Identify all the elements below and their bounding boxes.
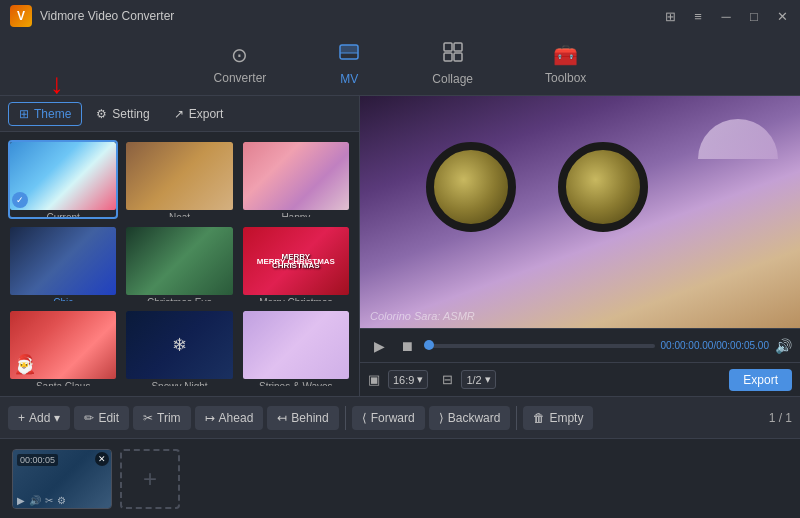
svg-rect-6 xyxy=(454,53,462,61)
menu-icon[interactable]: ≡ xyxy=(690,9,706,24)
theme-item-neat[interactable]: Neat xyxy=(124,140,234,219)
theme-label-current: Current xyxy=(10,212,116,219)
svg-rect-5 xyxy=(444,53,452,61)
split-chevron-icon: ▾ xyxy=(485,373,491,386)
forward-icon: ⟨ xyxy=(362,411,367,425)
theme-item-current[interactable]: ✓ Current xyxy=(8,140,118,219)
progress-bar[interactable] xyxy=(424,344,655,348)
theme-item-happy[interactable]: Happy xyxy=(241,140,351,219)
ratio-chevron-icon: ▾ xyxy=(417,373,423,386)
theme-label-christmas: Christmas Eve xyxy=(126,297,232,304)
add-chevron-icon: ▾ xyxy=(54,411,60,425)
clip-play-icon[interactable]: ▶ xyxy=(17,495,25,506)
empty-button[interactable]: 🗑 Empty xyxy=(523,406,593,430)
clip-volume-icon[interactable]: 🔊 xyxy=(29,495,41,506)
theme-label-merrychristmas: Merry Christmas xyxy=(243,297,349,304)
video-controls: ▶ ⏹ 00:00:00.00/00:00:05.00 🔊 xyxy=(360,328,800,362)
check-badge-current: ✓ xyxy=(12,192,28,208)
split-select[interactable]: 1/2 ▾ xyxy=(461,370,495,389)
timeline-clip[interactable]: 00:00:05 ✕ ▶ 🔊 ✂ ⚙ xyxy=(12,449,112,509)
export-tab-icon: ↗ xyxy=(174,107,184,121)
title-bar-left: V Vidmore Video Converter xyxy=(10,5,174,27)
clip-time: 00:00:05 xyxy=(17,454,58,466)
export-button[interactable]: Export xyxy=(729,369,792,391)
toolbar-divider xyxy=(345,406,346,430)
left-panel: ⊞ Theme ⚙ Setting ↗ Export ✓ Current xyxy=(0,96,360,396)
maximize-button[interactable]: □ xyxy=(746,9,762,24)
svg-rect-4 xyxy=(454,43,462,51)
behind-label: Behind xyxy=(291,411,328,425)
app-title: Vidmore Video Converter xyxy=(40,9,174,23)
clip-trim-icon[interactable]: ✂ xyxy=(45,495,53,506)
theme-label-snowynight: Snowy Night xyxy=(126,381,232,388)
theme-item-stripeswaves[interactable]: Stripes & Waves xyxy=(241,309,351,388)
theme-item-chic[interactable]: Chic xyxy=(8,225,118,304)
theme-item-snowynight[interactable]: ❄ Snowy Night xyxy=(124,309,234,388)
add-clip-button[interactable]: + xyxy=(120,449,180,509)
add-button[interactable]: + Add ▾ xyxy=(8,406,70,430)
clip-close-icon[interactable]: ✕ xyxy=(95,452,109,466)
nav-toolbox[interactable]: 🧰 Toolbox xyxy=(529,37,602,91)
theme-item-christmas[interactable]: Christmas Eve xyxy=(124,225,234,304)
nav-converter[interactable]: ⊙ Converter xyxy=(198,37,283,91)
close-button[interactable]: ✕ xyxy=(774,9,790,24)
main-area: ⊞ Theme ⚙ Setting ↗ Export ✓ Current xyxy=(0,96,800,396)
theme-label-chic: Chic xyxy=(10,297,116,304)
ahead-button[interactable]: ↦ Ahead xyxy=(195,406,264,430)
play-button[interactable]: ▶ xyxy=(368,335,390,357)
edit-button[interactable]: ✏ Edit xyxy=(74,406,129,430)
behind-icon: ↤ xyxy=(277,411,287,425)
behind-button[interactable]: ↤ Behind xyxy=(267,406,338,430)
nav-mv[interactable]: MV xyxy=(322,35,376,92)
split-icon: ⊟ xyxy=(442,372,453,387)
theme-label-neat: Neat xyxy=(126,212,232,219)
volume-icon[interactable]: 🔊 xyxy=(775,338,792,354)
sub-tabs: ⊞ Theme ⚙ Setting ↗ Export xyxy=(0,96,359,132)
minimize-button[interactable]: ─ xyxy=(718,9,734,24)
progress-dot[interactable] xyxy=(424,340,434,350)
grid-icon[interactable]: ⊞ xyxy=(662,9,678,24)
tab-export[interactable]: ↗ Export xyxy=(164,103,234,125)
converter-icon: ⊙ xyxy=(231,43,248,67)
theme-label-stripeswaves: Stripes & Waves xyxy=(243,381,349,388)
theme-item-merrychristmas[interactable]: MERRYCHRISTMAS Merry Christmas xyxy=(241,225,351,304)
theme-grid: ✓ Current Neat Happy Chic Christmas Eve xyxy=(0,132,359,396)
trash-icon: 🗑 xyxy=(533,411,545,425)
theme-item-santaclaus[interactable]: 🎅 Santa Claus xyxy=(8,309,118,388)
top-nav: ⊙ Converter MV Collage 🧰 Toolbox xyxy=(0,32,800,96)
split-value: 1/2 xyxy=(466,374,481,386)
time-display: 00:00:00.00/00:00:05.00 xyxy=(661,340,769,351)
nav-mv-label: MV xyxy=(340,72,358,86)
stop-button[interactable]: ⏹ xyxy=(396,335,418,357)
app-logo: V xyxy=(10,5,32,27)
svg-rect-3 xyxy=(444,43,452,51)
title-bar-controls: ⊞ ≡ ─ □ ✕ xyxy=(662,9,790,24)
forward-button[interactable]: ⟨ Forward xyxy=(352,406,425,430)
trim-button[interactable]: ✂ Trim xyxy=(133,406,191,430)
nav-converter-label: Converter xyxy=(214,71,267,85)
ratio-select[interactable]: 16:9 ▾ xyxy=(388,370,428,389)
video-preview: Colorino Sara: ASMR xyxy=(360,96,800,328)
edit-label: Edit xyxy=(98,411,119,425)
nav-collage[interactable]: Collage xyxy=(416,35,489,92)
red-arrow-indicator: ↓ xyxy=(50,68,64,100)
svg-rect-1 xyxy=(340,45,358,53)
backward-label: Backward xyxy=(448,411,501,425)
add-label: Add xyxy=(29,411,50,425)
nav-collage-label: Collage xyxy=(432,72,473,86)
ahead-icon: ↦ xyxy=(205,411,215,425)
edit-icon: ✏ xyxy=(84,411,94,425)
aspect-ratio-icon: ▣ xyxy=(368,372,380,387)
clip-settings-icon[interactable]: ⚙ xyxy=(57,495,66,506)
backward-button[interactable]: ⟩ Backward xyxy=(429,406,511,430)
export-tab-label: Export xyxy=(189,107,224,121)
ratio-value: 16:9 xyxy=(393,374,414,386)
title-bar: V Vidmore Video Converter ⊞ ≡ ─ □ ✕ xyxy=(0,0,800,32)
tab-setting[interactable]: ⚙ Setting xyxy=(86,103,159,125)
theme-label-santaclaus: Santa Claus xyxy=(10,381,116,388)
video-overlay-text: Colorino Sara: ASMR xyxy=(370,310,475,322)
theme-label-happy: Happy xyxy=(243,212,349,219)
right-panel: Colorino Sara: ASMR ▶ ⏹ 00:00:00.00/00:0… xyxy=(360,96,800,396)
toolbox-icon: 🧰 xyxy=(553,43,578,67)
tab-theme[interactable]: ⊞ Theme xyxy=(8,102,82,126)
